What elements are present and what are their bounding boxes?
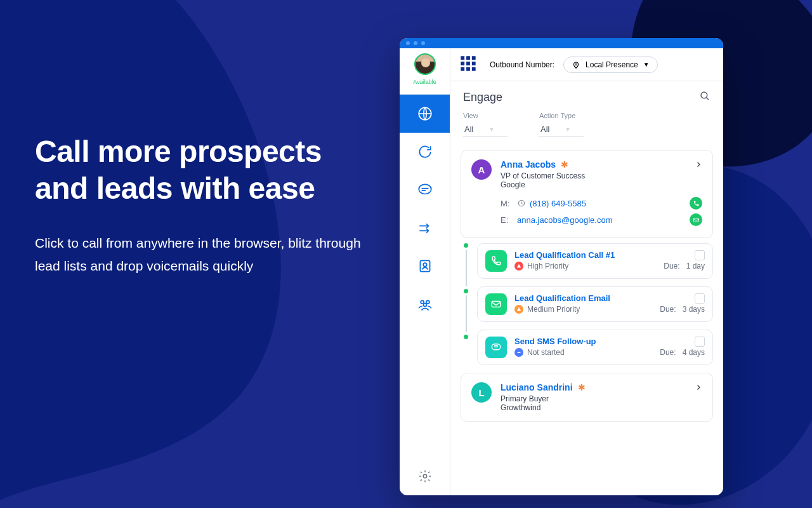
status-notstarted-icon — [514, 348, 523, 357]
contact-title: Primary Buyer — [501, 394, 686, 403]
contact-company: Google — [501, 180, 686, 189]
svg-rect-20 — [693, 218, 698, 222]
task-checkbox[interactable] — [695, 293, 705, 304]
search-button[interactable] — [699, 90, 710, 104]
topbar: Outbound Number: Local Presence ▼ — [450, 48, 723, 81]
contact-name[interactable]: Anna Jacobs — [501, 159, 556, 170]
task-priority: Not started — [527, 348, 565, 357]
chevron-right-icon — [695, 159, 702, 170]
task-item[interactable]: Lead Qualification Call #1 High Priority… — [477, 243, 713, 279]
task-title: Lead Qualification Email — [514, 293, 705, 303]
gear-icon — [418, 469, 432, 483]
task-due: 1 day — [686, 262, 705, 271]
contact-company: Growthwind — [501, 403, 686, 412]
svg-point-5 — [426, 300, 429, 304]
email-button[interactable] — [690, 213, 702, 226]
svg-rect-14 — [461, 67, 464, 70]
contact-card: L Luciano Sandrini ✱ Primary Buyer Growt… — [461, 373, 713, 422]
nav-settings[interactable] — [418, 457, 432, 495]
svg-rect-11 — [461, 62, 464, 65]
nav-globe[interactable] — [400, 95, 450, 133]
mobile-number[interactable]: (818) 649-5585 — [530, 199, 586, 208]
sms-task-icon — [485, 337, 507, 358]
outbound-number-select[interactable]: Local Presence ▼ — [563, 57, 658, 73]
sidebar: Available — [400, 48, 450, 495]
svg-rect-21 — [492, 302, 501, 307]
task-title: Send SMS Follow-up — [514, 337, 705, 346]
call-button[interactable] — [690, 197, 702, 210]
svg-rect-8 — [461, 56, 464, 60]
svg-point-6 — [423, 304, 426, 307]
nav-team[interactable] — [400, 285, 450, 323]
nav-sequences[interactable] — [400, 209, 450, 247]
expand-contact[interactable] — [695, 382, 702, 395]
svg-rect-10 — [472, 56, 476, 60]
svg-point-3 — [423, 263, 426, 266]
clock-icon — [517, 199, 526, 208]
phone-icon — [490, 255, 502, 267]
user-avatar[interactable] — [414, 53, 436, 75]
caret-down-icon: ▼ — [643, 61, 650, 68]
globe-icon — [417, 105, 433, 122]
promo-block: Call more prospects and leads with ease … — [35, 133, 365, 277]
star-icon: ✱ — [578, 382, 586, 392]
app-window: Available — [400, 38, 723, 495]
svg-point-18 — [701, 92, 707, 98]
contact-title: VP of Customer Success — [501, 171, 686, 180]
window-titlebar — [400, 38, 723, 48]
priority-high-icon — [514, 262, 523, 271]
nav-refresh[interactable] — [400, 133, 450, 171]
chevron-down-icon: ▼ — [488, 126, 494, 133]
task-priority: High Priority — [527, 262, 568, 271]
task-checkbox[interactable] — [695, 337, 705, 347]
filter-action-label: Action Type — [539, 112, 584, 119]
priority-medium-icon — [514, 305, 523, 314]
refresh-icon — [417, 144, 433, 160]
task-priority: Medium Priority — [527, 305, 580, 314]
svg-rect-15 — [466, 67, 470, 70]
promo-heading: Call more prospects and leads with ease — [35, 133, 365, 206]
chevron-right-icon — [695, 382, 702, 392]
nav-contacts[interactable] — [400, 247, 450, 285]
task-due: 4 days — [683, 348, 705, 357]
svg-rect-16 — [472, 67, 476, 70]
email-prefix: E: — [501, 215, 513, 225]
chat-icon — [417, 182, 433, 198]
arrows-icon — [417, 220, 433, 236]
svg-rect-13 — [472, 62, 476, 65]
contact-avatar: L — [471, 382, 492, 403]
mobile-prefix: M: — [501, 199, 513, 208]
contact-card-icon — [417, 258, 433, 274]
promo-subtext: Click to call from anywhere in the brows… — [35, 232, 365, 277]
task-title: Lead Qualification Call #1 — [514, 250, 705, 260]
task-checkbox[interactable] — [695, 250, 705, 260]
filter-action-select[interactable]: All ▼ — [539, 122, 584, 137]
svg-point-17 — [575, 64, 577, 65]
outbound-label: Outbound Number: — [490, 60, 554, 69]
svg-rect-9 — [466, 56, 470, 60]
nav-messages[interactable] — [400, 171, 450, 209]
presence-status: Available — [413, 79, 436, 85]
svg-point-4 — [421, 300, 424, 304]
filter-view-select[interactable]: All ▼ — [463, 122, 508, 137]
mail-icon — [490, 298, 502, 310]
task-due: 3 days — [683, 305, 705, 314]
svg-rect-12 — [466, 62, 470, 65]
task-thread: Lead Qualification Call #1 High Priority… — [463, 243, 713, 365]
filter-view-label: View — [463, 112, 508, 119]
search-icon — [699, 90, 710, 102]
page-title: Engage — [463, 91, 502, 104]
email-address[interactable]: anna.jacobs@google.com — [517, 215, 613, 225]
email-task-icon — [485, 293, 507, 315]
svg-point-7 — [423, 474, 427, 478]
pin-icon — [572, 60, 580, 69]
team-icon — [417, 296, 433, 312]
task-item[interactable]: Send SMS Follow-up Not started Due:4 day… — [477, 330, 713, 365]
expand-contact[interactable] — [695, 159, 702, 172]
dialer-grid-icon[interactable] — [459, 55, 477, 75]
outbound-value: Local Presence — [586, 60, 638, 69]
mail-icon — [693, 217, 700, 224]
phone-icon — [693, 200, 700, 207]
task-item[interactable]: Lead Qualification Email Medium Priority… — [477, 286, 713, 322]
contact-name[interactable]: Luciano Sandrini — [501, 382, 573, 392]
